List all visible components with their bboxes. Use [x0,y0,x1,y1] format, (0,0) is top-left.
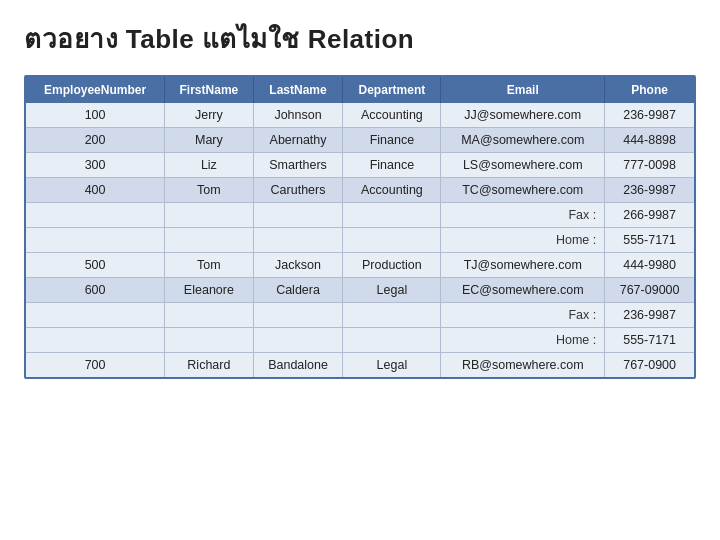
table-cell: Accounting [343,178,441,203]
table-row: 400TomCaruthersAccountingTC@somewhere.co… [26,178,694,203]
table-cell: 444-9980 [605,253,694,278]
sub-row-label: Home : [441,228,605,253]
table-cell: 500 [26,253,165,278]
table-cell: Tom [165,253,254,278]
table-cell-empty [253,228,343,253]
table-cell-empty [253,203,343,228]
table-cell: 767-0900 [605,353,694,378]
col-phone: Phone [605,77,694,103]
table-row: 200MaryAbernathyFinanceMA@somewhere.com4… [26,128,694,153]
table-cell: Bandalone [253,353,343,378]
table-cell: TC@somewhere.com [441,178,605,203]
table-cell-empty [26,203,165,228]
table-cell-empty [26,228,165,253]
table-cell: Tom [165,178,254,203]
table-cell-empty [343,303,441,328]
table-cell: Caruthers [253,178,343,203]
table-cell: Finance [343,153,441,178]
table-cell-empty [253,328,343,353]
table-cell: 777-0098 [605,153,694,178]
table-cell: 300 [26,153,165,178]
table-cell-empty [343,328,441,353]
table-cell-empty [343,228,441,253]
table-cell: Legal [343,278,441,303]
col-department: Department [343,77,441,103]
table-sub-row: Fax :266-9987 [26,203,694,228]
table-cell: Jackson [253,253,343,278]
table-cell: 767-09000 [605,278,694,303]
table-cell: Accounting [343,103,441,128]
table-cell: 700 [26,353,165,378]
table-cell: Eleanore [165,278,254,303]
table-cell: 200 [26,128,165,153]
page-title: ตวอยาง Table แตไมใช Relation [24,18,696,59]
table-cell-empty [165,303,254,328]
table-cell: Production [343,253,441,278]
table-cell: RB@somewhere.com [441,353,605,378]
table-cell: Liz [165,153,254,178]
col-employee-number: EmployeeNumber [26,77,165,103]
employee-table: EmployeeNumber FirstName LastName Depart… [26,77,694,377]
table-cell-empty [26,303,165,328]
sub-row-label: Fax : [441,303,605,328]
table-cell: TJ@somewhere.com [441,253,605,278]
table-cell: Mary [165,128,254,153]
table-sub-row: Home :555-7171 [26,328,694,353]
table-cell: EC@somewhere.com [441,278,605,303]
table-row: 600EleanoreCalderaLegalEC@somewhere.com7… [26,278,694,303]
table-cell: Smarthers [253,153,343,178]
table-cell: JJ@somewhere.com [441,103,605,128]
table-cell: LS@somewhere.com [441,153,605,178]
table-cell: MA@somewhere.com [441,128,605,153]
table-cell-empty [26,328,165,353]
table-sub-row: Home :555-7171 [26,228,694,253]
table-cell: Jerry [165,103,254,128]
sub-row-value: 266-9987 [605,203,694,228]
table-row: 100JerryJohnsonAccountingJJ@somewhere.co… [26,103,694,128]
col-email: Email [441,77,605,103]
table-header-row: EmployeeNumber FirstName LastName Depart… [26,77,694,103]
table-cell: Caldera [253,278,343,303]
col-first-name: FirstName [165,77,254,103]
table-cell: 400 [26,178,165,203]
col-last-name: LastName [253,77,343,103]
table-cell-empty [165,228,254,253]
table-cell: 444-8898 [605,128,694,153]
sub-row-label: Fax : [441,203,605,228]
table-cell-empty [165,203,254,228]
sub-row-value: 236-9987 [605,303,694,328]
table-cell-empty [253,303,343,328]
table-cell: 100 [26,103,165,128]
table-row: 500TomJacksonProductionTJ@somewhere.com4… [26,253,694,278]
table-cell: Legal [343,353,441,378]
sub-row-label: Home : [441,328,605,353]
table-cell: 236-9987 [605,178,694,203]
sub-row-value: 555-7171 [605,328,694,353]
table-row: 300LizSmarthersFinanceLS@somewhere.com77… [26,153,694,178]
table-cell: 600 [26,278,165,303]
table-sub-row: Fax :236-9987 [26,303,694,328]
table-wrapper: EmployeeNumber FirstName LastName Depart… [24,75,696,379]
table-cell: Johnson [253,103,343,128]
table-cell-empty [343,203,441,228]
table-cell: 236-9987 [605,103,694,128]
sub-row-value: 555-7171 [605,228,694,253]
table-cell: Richard [165,353,254,378]
table-cell: Finance [343,128,441,153]
table-row: 700RichardBandaloneLegalRB@somewhere.com… [26,353,694,378]
table-cell-empty [165,328,254,353]
table-cell: Abernathy [253,128,343,153]
